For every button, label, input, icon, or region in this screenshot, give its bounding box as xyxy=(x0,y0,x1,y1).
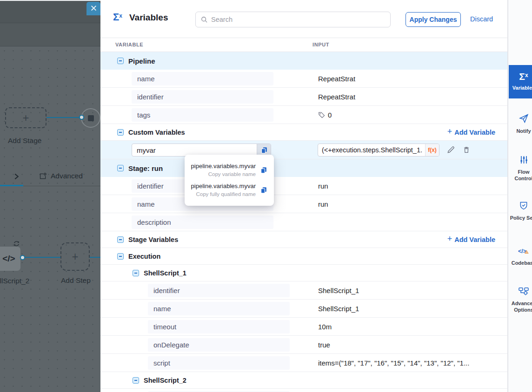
search-box[interactable] xyxy=(195,12,391,27)
canvas-dot-grid xyxy=(0,46,100,392)
delete-icon[interactable] xyxy=(462,145,471,156)
apply-changes-button[interactable]: Apply Changes xyxy=(406,12,461,27)
field-label: identifier xyxy=(148,284,290,297)
field-label: tags xyxy=(132,108,273,122)
collapse-icon[interactable] xyxy=(133,270,139,276)
field-value: run xyxy=(318,177,328,195)
plus-icon: + xyxy=(72,251,78,262)
copy-icon xyxy=(260,186,267,194)
sigma-icon: Σx xyxy=(519,73,528,81)
sidebar-item-flow-control[interactable]: Flow Control xyxy=(509,155,532,182)
add-step-label: Add Step xyxy=(61,276,91,285)
field-label: name xyxy=(132,72,273,85)
section-label: ShellScript_1 xyxy=(144,269,186,277)
copy-option-text: pipeline.variables.myvar xyxy=(191,183,256,189)
sidebar-item-label: Policy Sets xyxy=(509,215,532,221)
sidebar-item-policy-sets[interactable]: Policy Sets xyxy=(509,201,532,221)
copy-option[interactable]: pipeline.variables.myvarCopy fully quali… xyxy=(191,180,267,200)
section-label: Pipeline xyxy=(128,57,155,65)
variables-table: PipelinenameRepeatStratidentifierRepeatS… xyxy=(100,52,507,392)
sidebar-item-label: Notify xyxy=(509,128,532,134)
collapse-icon[interactable] xyxy=(117,165,124,171)
collapse-icon[interactable] xyxy=(117,236,124,243)
sidebar-item-codebase[interactable]: </>Codebase xyxy=(509,246,532,266)
value-text: RepeatStrat xyxy=(318,93,355,101)
stop-icon xyxy=(88,115,94,121)
field-row-identifier: identifierShellScript_2 xyxy=(100,389,507,392)
field-row-name: namerun xyxy=(100,195,507,213)
field-value: 0 xyxy=(318,106,332,124)
collapse-icon[interactable] xyxy=(133,377,139,384)
custom-variable-row-myvar: myvar(<+execution.steps.ShellScript_1.f(… xyxy=(100,141,507,159)
advanced-tab-label: Advanced xyxy=(51,172,83,180)
add-step-button[interactable]: + xyxy=(60,242,90,271)
connector-dot xyxy=(20,255,25,260)
copy-option-sub: Copy variable name xyxy=(191,171,256,177)
field-row-identifier: identifierRepeatStrat xyxy=(100,88,507,106)
sidebar-item-variables[interactable]: ΣxVariables xyxy=(509,65,532,98)
close-drawer-button[interactable] xyxy=(86,2,100,15)
field-row-name: nameShellScript_1 xyxy=(100,300,507,318)
section-row-shellscript-1: ShellScript_1 xyxy=(100,265,507,281)
add-variable-label: Add Variable xyxy=(454,129,495,136)
chevron-right-icon[interactable] xyxy=(13,173,20,182)
expression-fx-badge[interactable]: f(x) xyxy=(425,144,439,156)
drawer-header: Σx Variables Apply Changes Discard xyxy=(100,0,507,38)
copy-icon xyxy=(260,166,267,174)
variable-value-input[interactable]: (<+execution.steps.ShellScript_1.f(x) xyxy=(318,144,439,157)
section-row-pipeline: Pipeline xyxy=(100,52,507,70)
section-row-stage-run: Stage: run xyxy=(100,159,507,177)
shield-check-icon xyxy=(519,204,528,212)
tag-icon xyxy=(318,111,325,118)
sliders-icon xyxy=(519,158,528,166)
section-label: Custom Variables xyxy=(128,129,185,136)
connector-dot xyxy=(79,115,84,120)
section-row-execution: Execution xyxy=(100,248,507,265)
collapse-icon[interactable] xyxy=(117,58,124,64)
value-text: ShellScript_1 xyxy=(318,287,359,294)
sidebar-item-label: Advanced Options xyxy=(509,300,532,314)
value-text: RepeatStrat xyxy=(318,75,355,83)
advanced-panel-icon xyxy=(39,172,47,180)
copy-icon xyxy=(260,146,268,154)
plus-icon: + xyxy=(447,234,452,244)
value-text: run xyxy=(318,182,328,190)
column-header-variable: VARIABLE xyxy=(115,42,143,47)
sidebar-item-advanced-options[interactable]: Advanced Options xyxy=(509,286,532,314)
add-stage-label: Add Stage xyxy=(8,137,41,145)
step-node-shellscript[interactable]: </> xyxy=(0,247,20,271)
field-label: onDelegate xyxy=(148,338,290,352)
field-value: items=("18", "17", "16", "15", "14", "13… xyxy=(318,354,469,372)
field-value: ShellScript_1 xyxy=(318,281,359,299)
search-input[interactable] xyxy=(211,16,385,23)
step-connector-line xyxy=(25,257,60,258)
section-label: ShellScript_2 xyxy=(144,377,186,384)
field-row-timeout: timeout10m xyxy=(100,318,507,336)
canvas-toolbar-band xyxy=(0,23,100,46)
shell-script-icon: </> xyxy=(2,254,15,264)
copy-option[interactable]: pipeline.variables.myvarCopy variable na… xyxy=(191,160,267,180)
variable-value-text: (<+execution.steps.ShellScript_1. xyxy=(318,146,425,154)
section-label: Execution xyxy=(128,253,160,260)
step-connector-line xyxy=(90,257,100,258)
sidebar-item-notify[interactable]: Notify xyxy=(509,113,532,134)
add-variable-label: Add Variable xyxy=(454,236,495,243)
field-label: identifier xyxy=(132,90,273,104)
edit-icon[interactable] xyxy=(446,145,455,156)
section-label: Stage Variables xyxy=(128,236,178,243)
field-value: true xyxy=(318,336,330,353)
value-text: true xyxy=(318,341,330,349)
collapse-icon[interactable] xyxy=(117,129,124,136)
discard-button[interactable]: Discard xyxy=(470,15,493,23)
right-nav-sidebar: ΣxVariablesNotifyFlow ControlPolicy Sets… xyxy=(508,0,532,392)
step-node-label: ShellScript_2 xyxy=(0,277,29,285)
paper-plane-icon xyxy=(519,117,529,125)
value-text: run xyxy=(318,200,328,208)
field-label: description xyxy=(132,216,273,229)
add-variable-button[interactable]: +Add Variable xyxy=(447,124,495,140)
search-icon xyxy=(201,16,207,23)
collapse-icon[interactable] xyxy=(117,253,124,260)
add-variable-button[interactable]: +Add Variable xyxy=(447,231,495,248)
add-stage-button[interactable]: + xyxy=(5,107,47,128)
tab-advanced[interactable]: Advanced xyxy=(39,172,83,180)
